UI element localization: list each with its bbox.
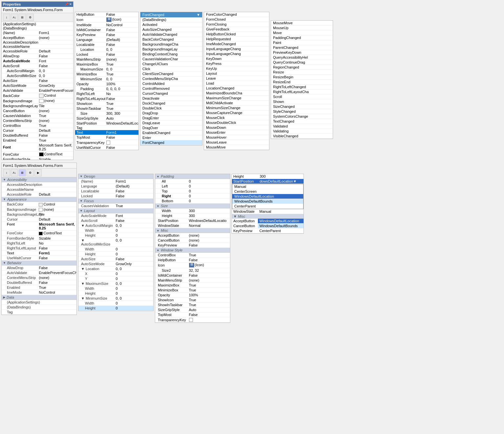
event-row[interactable]: DragEnter xyxy=(140,116,202,121)
event-row[interactable]: Validated xyxy=(271,124,333,129)
event-row[interactable]: CursorChanged xyxy=(140,91,202,96)
prop-value[interactable]: Control xyxy=(37,202,76,207)
design-prop-value[interactable]: 0 xyxy=(114,286,153,291)
extra-value[interactable]: Manual xyxy=(258,209,304,214)
drop-value[interactable]: 300 xyxy=(258,174,304,179)
prop-value[interactable] xyxy=(37,187,76,192)
layout-value[interactable]: Auto xyxy=(188,307,230,312)
event-row[interactable]: DragDrop xyxy=(140,111,202,116)
layout-value[interactable]: (none) xyxy=(188,238,230,243)
dropdown-item[interactable]: CenterScreen xyxy=(232,189,303,194)
event-row[interactable]: MouseDown xyxy=(204,125,269,130)
event-row[interactable]: DragOver xyxy=(140,126,202,130)
prop-value[interactable]: NoControl xyxy=(37,290,76,295)
event-row[interactable]: DockChanged xyxy=(140,101,202,106)
design-section-header[interactable]: ▼Layout xyxy=(78,208,153,213)
prop-value[interactable]: Microsoft Sans Serif, 8.25 xyxy=(37,222,76,230)
event-row[interactable]: BackgroundImageCha xyxy=(140,42,202,47)
design-prop-value[interactable]: 0 xyxy=(114,276,153,281)
event-row[interactable]: MdiChildActivate xyxy=(204,101,269,106)
event-row[interactable]: RightToLeftChanged xyxy=(271,85,333,89)
event-row[interactable]: Enter xyxy=(140,135,202,140)
event-row[interactable]: VisibleChanged xyxy=(271,134,333,139)
prop-value[interactable] xyxy=(37,310,76,314)
event-row[interactable]: QueryAccessibilityHel xyxy=(271,55,333,60)
settings-btn[interactable]: ⚙ xyxy=(27,14,34,21)
prop-value[interactable]: Form1 xyxy=(37,251,76,255)
prop-value[interactable] xyxy=(37,305,76,309)
prop-value[interactable]: No xyxy=(37,241,76,246)
prop-value[interactable] xyxy=(37,182,76,187)
event-row[interactable]: TextChanged xyxy=(271,119,333,124)
categorize-btn[interactable]: ⊞ xyxy=(19,14,26,21)
event-row[interactable]: SystemColorsChange xyxy=(271,114,333,119)
event-row[interactable]: KeyPress xyxy=(204,61,269,66)
prop-value[interactable]: Sizable xyxy=(37,236,76,241)
event-row[interactable]: FormClosing xyxy=(204,22,269,27)
prop-value[interactable]: False xyxy=(37,280,76,285)
event-row[interactable]: BackColorChanged xyxy=(140,37,202,42)
design-prop-value[interactable]: 0, 0 xyxy=(114,238,153,247)
event-row[interactable]: (DataBindings) xyxy=(140,17,202,22)
event-row[interactable]: MouseMove xyxy=(204,145,269,150)
event-row[interactable]: AutoValidateChanged xyxy=(140,32,202,37)
prop-value[interactable]: False xyxy=(37,256,76,260)
event-row[interactable]: KeyDown xyxy=(204,56,269,61)
event-row[interactable]: GiveFeedback xyxy=(204,27,269,32)
extra-value[interactable]: WindowsDefaultBounds xyxy=(258,224,304,228)
event-row[interactable]: MinimumSizeChange xyxy=(204,106,269,110)
event-row[interactable]: CausesValidationChar xyxy=(140,57,202,62)
event-row[interactable]: ContextMenuStripCha xyxy=(140,76,202,81)
extra-value[interactable]: CenterParent xyxy=(258,228,304,233)
event-row[interactable]: FontChanged xyxy=(140,140,202,145)
design-prop-value[interactable]: 0 xyxy=(114,247,153,251)
cat-section-header[interactable]: ▼Appearance xyxy=(2,197,76,202)
event-row[interactable]: QueryContinueDrag xyxy=(271,60,333,65)
event-row[interactable]: Load xyxy=(204,81,269,86)
sort-events-btn2[interactable]: ↕ xyxy=(3,169,10,176)
layout-value[interactable]: False xyxy=(188,273,230,278)
sort-alpha-btn[interactable]: A↓ xyxy=(11,14,18,21)
event-row[interactable]: ParentChanged xyxy=(271,45,333,50)
design-prop-value[interactable]: 0 xyxy=(114,233,153,238)
prop-value[interactable]: False xyxy=(37,246,76,250)
event-row[interactable]: MouseDoubleClick xyxy=(204,120,269,125)
dropdown-item[interactable]: CenterParent xyxy=(232,204,303,209)
event-row[interactable]: MouseUp xyxy=(271,26,333,30)
cat-section-header[interactable]: ▼Behavior xyxy=(2,261,76,266)
extra-value[interactable]: WindowsDefaultLocation xyxy=(258,219,304,224)
dropdown-item[interactable]: WindowsDefaultLocation xyxy=(232,194,303,199)
event-row[interactable]: ResizeEnd xyxy=(271,80,333,85)
prop-value[interactable]: Default xyxy=(37,217,76,222)
design-prop-value[interactable]: Form1 xyxy=(114,179,153,184)
design-prop-value[interactable]: 0 xyxy=(114,291,153,296)
layout-value[interactable]: False xyxy=(188,258,230,263)
event-row[interactable]: LocationChanged xyxy=(204,86,269,91)
event-row[interactable]: Activated xyxy=(140,22,202,27)
prop-value[interactable]: True xyxy=(37,285,76,290)
layout-value[interactable]: (none) xyxy=(188,233,230,238)
design-prop-value[interactable]: 0 xyxy=(114,306,153,310)
design-prop-value[interactable]: False xyxy=(114,218,153,223)
event-row[interactable]: EnabledChanged xyxy=(140,130,202,135)
cat-section-header[interactable]: ▶Data xyxy=(2,295,76,300)
event-row[interactable]: InputLanguageChang xyxy=(204,47,269,51)
event-row[interactable]: MaximizedBoundsCha xyxy=(204,91,269,96)
dropdown-item[interactable]: Manual xyxy=(232,184,303,189)
event-row[interactable]: BindingContextChang xyxy=(140,52,202,57)
event-row[interactable]: ControlAdded xyxy=(140,81,202,86)
design-prop-value[interactable]: Font xyxy=(114,213,153,218)
event-row[interactable]: MouseCaptureChange xyxy=(204,110,269,115)
layout-value[interactable]: (none) xyxy=(188,278,230,283)
event-row[interactable]: Click xyxy=(140,67,202,71)
design-section-header[interactable]: ▼Design xyxy=(78,174,153,179)
layout-value[interactable]: True xyxy=(188,253,230,258)
layout-value[interactable] xyxy=(188,317,230,323)
event-row[interactable]: DragLeave xyxy=(140,121,202,126)
event-row[interactable]: Validating xyxy=(271,129,333,134)
layout-value[interactable]: False xyxy=(188,243,230,248)
prop-value[interactable] xyxy=(37,300,76,305)
event-row[interactable]: PaddingChanged xyxy=(271,35,333,40)
drop-value[interactable]: dowsDefaultLocation▼ xyxy=(258,179,304,184)
layout-value[interactable]: 32, 32 xyxy=(188,268,230,273)
